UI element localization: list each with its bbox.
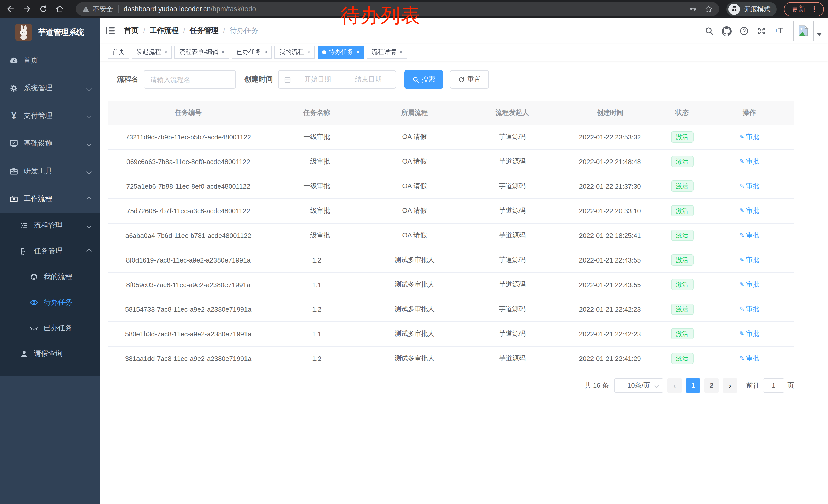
start-date-placeholder[interactable]: 开始日期 bbox=[295, 75, 340, 84]
toolbox-icon bbox=[9, 167, 18, 176]
gear-icon bbox=[9, 84, 18, 93]
github-icon[interactable] bbox=[721, 26, 732, 36]
date-range-picker[interactable]: 开始日期 - 结束日期 bbox=[278, 70, 396, 89]
cell-task-id: 8f059c03-7ac8-11ec-a9e2-a2380e71991a bbox=[108, 272, 269, 297]
approve-link[interactable]: ✎审批 bbox=[739, 133, 759, 140]
approve-link[interactable]: ✎审批 bbox=[739, 231, 759, 239]
sidebar-item-my-process[interactable]: 我的流程 bbox=[0, 264, 100, 290]
sidebar-item-todo-task[interactable]: 待办任务 bbox=[0, 290, 100, 315]
approve-link[interactable]: ✎审批 bbox=[739, 256, 759, 264]
help-icon[interactable] bbox=[739, 26, 749, 36]
process-name-input[interactable] bbox=[150, 76, 229, 83]
active-dot bbox=[322, 50, 326, 54]
page-button-1[interactable]: 1 bbox=[686, 378, 700, 393]
browser-forward-icon[interactable] bbox=[22, 4, 32, 14]
tab-my-process[interactable]: 我的流程× bbox=[275, 45, 315, 59]
sidebar-item-leave-query[interactable]: 请假查询 bbox=[0, 341, 100, 367]
reset-button[interactable]: 重置 bbox=[450, 70, 489, 89]
browser-update-button[interactable]: 更新 ⋮ bbox=[784, 2, 824, 16]
security-label[interactable]: 不安全 bbox=[93, 4, 113, 13]
tab-home[interactable]: 首页 bbox=[108, 45, 129, 59]
goto-page-input[interactable] bbox=[763, 378, 784, 393]
bookmark-star-icon[interactable] bbox=[704, 5, 713, 13]
approve-link[interactable]: ✎审批 bbox=[739, 207, 759, 214]
cell-task-name: 一级审批 bbox=[269, 174, 365, 198]
sidebar-collapse-icon[interactable] bbox=[105, 25, 116, 36]
header-search-icon[interactable] bbox=[704, 26, 714, 36]
status-badge: 激活 bbox=[671, 279, 693, 290]
avatar[interactable] bbox=[793, 20, 814, 41]
close-icon[interactable]: × bbox=[164, 49, 167, 55]
table-row: 58154733-7ac8-11ec-a9e2-a2380e71991a 1.2… bbox=[108, 297, 794, 321]
sidebar-item-label: 系统管理 bbox=[24, 84, 52, 93]
sidebar-logo-row[interactable]: 芋道管理系统 bbox=[0, 18, 100, 47]
tab-done-task[interactable]: 已办任务× bbox=[232, 45, 272, 59]
breadcrumb-task-mgmt[interactable]: 任务管理 bbox=[190, 26, 218, 35]
sidebar-item-infra[interactable]: 基础设施 bbox=[0, 130, 100, 157]
process-name-field[interactable] bbox=[143, 70, 236, 89]
close-icon[interactable]: × bbox=[307, 49, 310, 55]
approve-link[interactable]: ✎审批 bbox=[739, 330, 759, 337]
sidebar-item-system[interactable]: 系统管理 bbox=[0, 74, 100, 102]
close-icon[interactable]: × bbox=[221, 49, 225, 55]
tab-process-detail[interactable]: 流程详情× bbox=[367, 45, 407, 59]
sidebar-item-pay[interactable]: ¥ 支付管理 bbox=[0, 102, 100, 130]
breadcrumb-current: 待办任务 bbox=[230, 26, 258, 35]
tab-form-edit[interactable]: 流程表单-编辑× bbox=[175, 45, 229, 59]
browser-home-icon[interactable] bbox=[54, 4, 65, 14]
chevron-up-icon bbox=[86, 196, 92, 201]
next-page-button[interactable]: › bbox=[723, 378, 737, 393]
search-button[interactable]: 搜索 bbox=[404, 70, 443, 89]
range-separator: - bbox=[340, 76, 346, 83]
edit-icon: ✎ bbox=[739, 183, 744, 190]
update-label[interactable]: 更新 bbox=[792, 4, 805, 13]
sidebar-item-label: 请假查询 bbox=[34, 349, 63, 358]
approve-link[interactable]: ✎审批 bbox=[739, 354, 759, 362]
edit-icon: ✎ bbox=[739, 256, 744, 264]
close-icon[interactable]: × bbox=[399, 49, 403, 55]
close-icon[interactable]: × bbox=[264, 49, 267, 55]
page-button-2[interactable]: 2 bbox=[704, 378, 719, 393]
close-icon[interactable]: × bbox=[357, 49, 360, 55]
cell-create-time: 2022-01-21 22:43:55 bbox=[560, 248, 660, 272]
sidebar-item-home[interactable]: 首页 bbox=[0, 47, 100, 74]
end-date-placeholder[interactable]: 结束日期 bbox=[346, 75, 390, 84]
cell-task-id: 580e1b3d-7ac8-11ec-a9e2-a2380e71991a bbox=[108, 321, 269, 346]
browser-menu-icon[interactable]: ⋮ bbox=[811, 4, 818, 13]
breadcrumb-home[interactable]: 首页 bbox=[124, 26, 138, 35]
approve-link[interactable]: ✎审批 bbox=[739, 157, 759, 165]
browser-reload-icon[interactable] bbox=[38, 4, 48, 14]
prev-page-button[interactable]: ‹ bbox=[667, 378, 682, 393]
url-path[interactable]: /bpm/task/todo bbox=[211, 5, 256, 13]
approve-link[interactable]: ✎审批 bbox=[739, 305, 759, 313]
cell-task-name: 1.2 bbox=[269, 346, 365, 371]
page-size-select[interactable]: 10条/页 bbox=[614, 378, 663, 393]
sidebar-item-task-mgmt[interactable]: 任务管理 bbox=[0, 238, 100, 264]
col-actions: 操作 bbox=[704, 101, 794, 125]
table-header-row: 任务编号 任务名称 所属流程 流程发起人 创建时间 状态 操作 bbox=[108, 101, 794, 125]
tab-start-process[interactable]: 发起流程× bbox=[132, 45, 172, 59]
app-logo bbox=[15, 24, 32, 41]
sidebar-item-workflow[interactable]: 工作流程 bbox=[0, 185, 100, 213]
security-warning-icon[interactable] bbox=[82, 5, 90, 13]
font-size-icon[interactable]: TT bbox=[774, 26, 784, 36]
yen-icon: ¥ bbox=[9, 111, 18, 121]
face-icon bbox=[29, 272, 38, 281]
table-row: 75d72608-7b7f-11ec-a3c8-acde48001122 一级审… bbox=[108, 198, 794, 223]
sidebar-item-done-task[interactable]: 已办任务 bbox=[0, 315, 100, 341]
sidebar-item-tool[interactable]: 研发工具 bbox=[0, 157, 100, 185]
avatar-caret-icon[interactable] bbox=[817, 33, 822, 36]
fullscreen-icon[interactable] bbox=[756, 26, 767, 36]
cell-task-name: 1.1 bbox=[269, 321, 365, 346]
breadcrumb-workflow[interactable]: 工作流程 bbox=[150, 26, 178, 35]
key-icon[interactable] bbox=[689, 5, 697, 13]
browser-back-icon[interactable] bbox=[5, 4, 15, 14]
sidebar-item-process-mgmt[interactable]: 流程管理 bbox=[0, 213, 100, 238]
cell-initiator: 芋道源码 bbox=[464, 346, 560, 371]
approve-link[interactable]: ✎审批 bbox=[739, 182, 759, 190]
chevron-down-icon bbox=[86, 86, 92, 91]
approve-link[interactable]: ✎审批 bbox=[739, 280, 759, 288]
url-host[interactable]: dashboard.yudao.iocoder.cn bbox=[124, 5, 211, 13]
tab-todo-task[interactable]: 待办任务× bbox=[318, 45, 365, 59]
cell-process: 测试多审批人 bbox=[365, 346, 464, 371]
